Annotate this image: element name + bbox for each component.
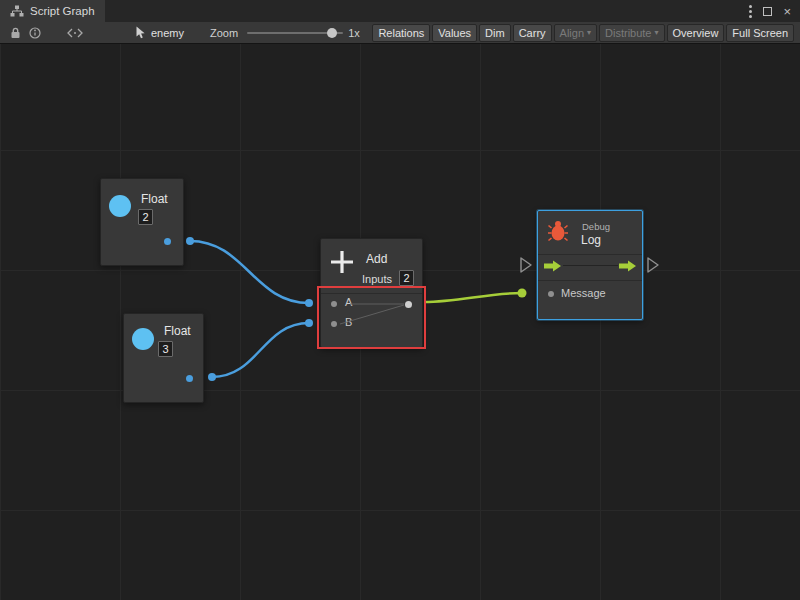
flow-output-triangle[interactable] bbox=[648, 258, 658, 272]
float-output-port[interactable] bbox=[164, 238, 171, 245]
inputs-count-input[interactable]: 2 bbox=[399, 270, 414, 286]
node-divider bbox=[538, 254, 642, 255]
wire-endpoint-dot bbox=[186, 237, 194, 245]
button-label: Relations bbox=[378, 27, 424, 39]
titlebar-spacer bbox=[105, 0, 750, 22]
input-port-a[interactable] bbox=[331, 301, 337, 307]
add-node[interactable]: Add Inputs 2 A B bbox=[320, 238, 423, 348]
node-divider bbox=[321, 293, 422, 294]
wire-endpoint-dot bbox=[518, 289, 527, 298]
float-node-2[interactable]: Float 3 bbox=[123, 313, 204, 403]
wire-endpoint-dot bbox=[305, 299, 313, 307]
plus-icon bbox=[328, 248, 356, 276]
float-value-input[interactable]: 2 bbox=[138, 209, 153, 225]
info-icon bbox=[29, 27, 41, 39]
float-output-port[interactable] bbox=[186, 375, 193, 382]
overview-button[interactable]: Overview bbox=[667, 24, 725, 42]
node-title: Add bbox=[366, 252, 387, 266]
port-b-label: B bbox=[345, 316, 352, 328]
inputs-label: Inputs bbox=[362, 273, 392, 285]
graph-toolbar: enemy Zoom 1x Relations Values Dim Carry… bbox=[0, 22, 800, 44]
zoom-label: Zoom bbox=[210, 27, 238, 39]
pointer-icon bbox=[135, 26, 146, 39]
node-title: Float bbox=[164, 324, 191, 338]
sum-output-port[interactable] bbox=[405, 301, 412, 308]
window-controls: × bbox=[749, 0, 800, 22]
debug-log-node[interactable]: Debug Log Message bbox=[537, 210, 643, 320]
flow-in-arrow[interactable] bbox=[544, 260, 562, 272]
wire-float2-to-add-b[interactable] bbox=[212, 323, 309, 377]
node-title: Float bbox=[141, 192, 168, 206]
info-button[interactable] bbox=[25, 24, 45, 42]
code-view-button[interactable] bbox=[65, 24, 85, 42]
button-label: Full Screen bbox=[732, 27, 788, 39]
input-port-b[interactable] bbox=[331, 321, 337, 327]
zoom-slider[interactable] bbox=[247, 26, 343, 40]
toolbar-buttons: Relations Values Dim Carry Align▾ Distri… bbox=[372, 24, 795, 42]
chevron-down-icon: ▾ bbox=[587, 28, 591, 37]
maximize-button[interactable] bbox=[763, 7, 772, 16]
graph-breadcrumb[interactable]: enemy bbox=[135, 26, 184, 39]
dim-toggle[interactable]: Dim bbox=[479, 24, 511, 42]
zoom-slider-handle[interactable] bbox=[327, 28, 337, 38]
lock-icon bbox=[10, 27, 21, 39]
zoom-value: 1x bbox=[348, 27, 360, 39]
button-label: Dim bbox=[485, 27, 505, 39]
flow-relation-line bbox=[563, 265, 618, 266]
titlebar: Script Graph × bbox=[0, 0, 800, 22]
node-category: Debug bbox=[582, 221, 610, 232]
graph-canvas[interactable]: Float 2 Float 3 Add Inputs 2 A B Debug L… bbox=[0, 44, 800, 600]
float-value-input[interactable]: 3 bbox=[158, 341, 173, 357]
carry-toggle[interactable]: Carry bbox=[513, 24, 552, 42]
tab-script-graph[interactable]: Script Graph bbox=[0, 0, 105, 22]
flow-input-triangle[interactable] bbox=[521, 258, 531, 272]
bug-icon bbox=[547, 219, 569, 243]
message-input-port[interactable] bbox=[548, 291, 554, 297]
lock-button[interactable] bbox=[5, 24, 25, 42]
message-label: Message bbox=[561, 287, 606, 299]
node-title: Log bbox=[581, 233, 601, 247]
float-icon bbox=[132, 328, 154, 350]
flow-out-arrow[interactable] bbox=[619, 260, 637, 272]
port-a-label: A bbox=[345, 296, 352, 308]
button-label: Overview bbox=[673, 27, 719, 39]
close-button[interactable]: × bbox=[783, 5, 791, 18]
full-screen-button[interactable]: Full Screen bbox=[726, 24, 794, 42]
wire-float1-to-add-a[interactable] bbox=[190, 241, 309, 303]
wire-endpoint-dot bbox=[208, 373, 216, 381]
values-toggle[interactable]: Values bbox=[432, 24, 477, 42]
wire-add-to-log-message[interactable] bbox=[424, 293, 522, 302]
float-icon bbox=[109, 195, 131, 217]
chevron-down-icon: ▾ bbox=[655, 28, 659, 37]
relations-toggle[interactable]: Relations bbox=[372, 24, 430, 42]
wire-endpoint-dot bbox=[305, 319, 313, 327]
graph-name: enemy bbox=[151, 27, 184, 39]
code-icon bbox=[67, 28, 83, 38]
tab-title: Script Graph bbox=[30, 5, 95, 17]
align-dropdown[interactable]: Align▾ bbox=[554, 24, 597, 42]
script-graph-icon bbox=[10, 5, 24, 17]
button-label: Align bbox=[560, 27, 584, 39]
distribute-dropdown[interactable]: Distribute▾ bbox=[599, 24, 664, 42]
menu-button[interactable] bbox=[749, 5, 752, 18]
button-label: Distribute bbox=[605, 27, 651, 39]
float-node-1[interactable]: Float 2 bbox=[100, 178, 184, 266]
button-label: Values bbox=[438, 27, 471, 39]
maximize-icon bbox=[763, 7, 772, 16]
button-label: Carry bbox=[519, 27, 546, 39]
node-divider bbox=[538, 280, 642, 281]
